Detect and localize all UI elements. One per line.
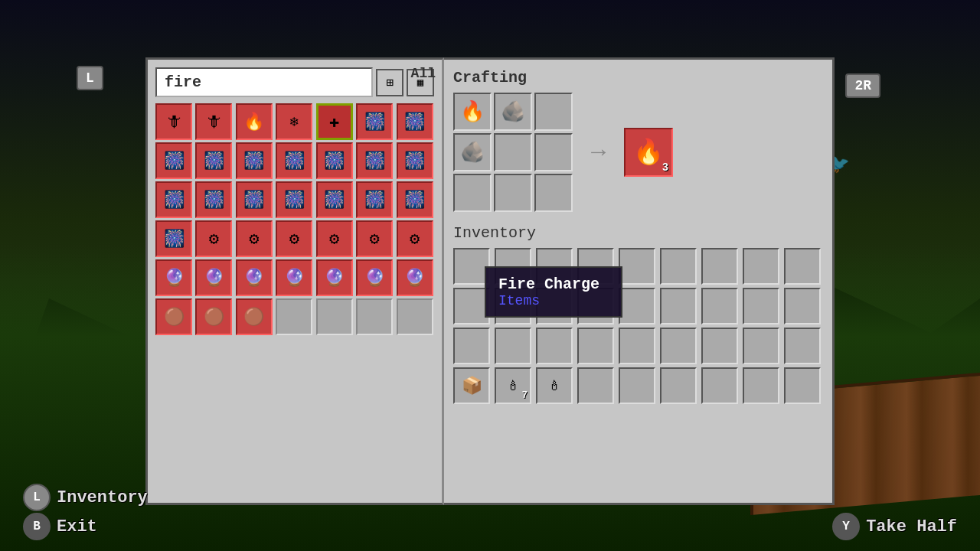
item-slot[interactable]: 🎆	[356, 181, 393, 218]
craft-slot-0-2[interactable]	[534, 93, 573, 131]
item-slot[interactable]: 🟤	[236, 298, 273, 335]
item-slot[interactable]: 🎆	[397, 181, 433, 218]
item-slot[interactable]: 🎆	[155, 181, 192, 218]
item-slot[interactable]: 🎆	[397, 142, 433, 179]
result-count: 3	[662, 161, 668, 174]
item-slot[interactable]: 🎆	[276, 181, 312, 218]
y-take-half-hint: Y Take Half	[832, 513, 957, 540]
item-slot[interactable]: ⚙️	[316, 220, 353, 257]
item-slot[interactable]: 🟤	[155, 298, 192, 335]
craft-slot-2-0[interactable]	[453, 174, 492, 212]
zr-button[interactable]: 2R	[845, 73, 880, 98]
inv-slot[interactable]	[619, 248, 655, 285]
inv-slot[interactable]	[743, 328, 779, 364]
main-ui: All ⊞ ▦ 🗡 🗡 🔥 ❄️ ✚ 🎆 🎆 🎆 🎆 🎆	[145, 57, 835, 505]
search-input[interactable]	[155, 67, 373, 97]
hotbar-slot-candle[interactable]: 🕯 7	[495, 367, 531, 404]
inv-slot[interactable]	[701, 248, 738, 285]
l-hint-label: Inventory	[57, 488, 148, 507]
item-slot[interactable]: 🎆	[276, 142, 312, 179]
item-slot[interactable]: 🎆	[236, 181, 273, 218]
item-slot[interactable]: 🎆	[236, 142, 273, 179]
inv-slot[interactable]	[619, 288, 655, 324]
hotbar-slot-9[interactable]	[784, 367, 821, 404]
hotbar-slot-4[interactable]	[577, 367, 614, 404]
item-slot[interactable]: ⚙️	[236, 220, 273, 257]
inv-slot[interactable]	[660, 328, 697, 364]
craft-slot-1-2[interactable]	[534, 133, 573, 171]
inv-slot[interactable]	[701, 288, 738, 324]
zr-area: 2R	[845, 73, 880, 98]
item-slot[interactable]: 🔮	[155, 259, 192, 296]
craft-slot-2-1[interactable]	[494, 174, 532, 212]
item-slot-fire-charge[interactable]: ✚	[316, 103, 353, 140]
item-slot[interactable]: 🔮	[397, 259, 433, 296]
item-slot[interactable]: 🔥	[236, 103, 273, 140]
item-slot-empty	[356, 298, 393, 335]
inv-slot[interactable]	[743, 288, 779, 324]
item-slot[interactable]: 🟤	[195, 298, 232, 335]
nav-l-area: L	[77, 66, 103, 90]
crafting-area: 🔥 🪨 🪨 → 🔥 3	[453, 93, 823, 212]
crafting-title: Crafting	[453, 69, 823, 86]
inv-slot[interactable]	[536, 328, 573, 364]
craft-slot-0-0[interactable]: 🔥	[453, 93, 492, 131]
item-slot[interactable]: ⚙️	[195, 220, 232, 257]
left-panel: All ⊞ ▦ 🗡 🗡 🔥 ❄️ ✚ 🎆 🎆 🎆 🎆 🎆	[145, 57, 444, 505]
hotbar-slot-6[interactable]	[660, 367, 697, 404]
hotbar-slot-chest[interactable]: 📦	[453, 367, 490, 404]
inv-slot[interactable]	[577, 328, 614, 364]
l-inventory-hint: L Inventory	[23, 484, 148, 511]
item-slot[interactable]: 🎆	[397, 103, 433, 140]
inv-slot[interactable]	[784, 248, 821, 285]
tooltip-category: Items	[498, 293, 609, 308]
item-slot[interactable]: ⚙️	[397, 220, 433, 257]
craft-slot-1-0[interactable]: 🪨	[453, 133, 492, 171]
item-slot[interactable]: 🎆	[316, 142, 353, 179]
craft-slot-0-1[interactable]: 🪨	[494, 93, 532, 131]
inv-slot[interactable]	[660, 248, 697, 285]
item-slot[interactable]: ⚙️	[276, 220, 312, 257]
item-slot[interactable]: 🔮	[276, 259, 312, 296]
item-tooltip: Fire Charge Items	[485, 266, 622, 318]
item-slot[interactable]: ❄️	[276, 103, 312, 140]
inv-slot[interactable]	[619, 328, 655, 364]
item-slot[interactable]: 🎆	[155, 220, 192, 257]
inv-slot[interactable]	[660, 288, 697, 324]
item-slot[interactable]: 🔮	[316, 259, 353, 296]
craft-slot-1-1[interactable]	[494, 133, 532, 171]
hotbar: 📦 🕯 7 🕯	[453, 367, 823, 404]
inv-slot[interactable]	[453, 328, 490, 364]
item-slot[interactable]: 🗡	[155, 103, 192, 140]
inventory-title: Inventory	[453, 224, 823, 242]
b-hint-button[interactable]: B	[23, 513, 51, 540]
item-slot[interactable]: 🔮	[195, 259, 232, 296]
hotbar-slot-5[interactable]	[619, 367, 655, 404]
hotbar-slot-8[interactable]	[743, 367, 779, 404]
item-slot[interactable]: 🎆	[195, 142, 232, 179]
item-slot[interactable]: 🔮	[236, 259, 273, 296]
inv-slot[interactable]	[784, 288, 821, 324]
craft-slot-2-2[interactable]	[534, 174, 573, 212]
inv-slot[interactable]	[784, 328, 821, 364]
l-button[interactable]: L	[77, 66, 103, 90]
y-hint-button[interactable]: Y	[832, 513, 860, 540]
inv-slot[interactable]	[495, 328, 531, 364]
hotbar-slot-7[interactable]	[701, 367, 738, 404]
item-slot[interactable]: 🎆	[155, 142, 192, 179]
item-slot[interactable]: 🎆	[356, 142, 393, 179]
inv-slot[interactable]	[743, 248, 779, 285]
item-slot[interactable]: ⚙️	[356, 220, 393, 257]
item-slot[interactable]: 🎆	[316, 181, 353, 218]
b-hint-label: Exit	[57, 517, 97, 536]
l-hint-button[interactable]: L	[23, 484, 51, 511]
item-slot[interactable]: 🗡	[195, 103, 232, 140]
item-slot[interactable]: 🔮	[356, 259, 393, 296]
crafting-grid: 🔥 🪨 🪨	[453, 93, 573, 212]
inv-slot[interactable]	[701, 328, 738, 364]
search-grid-toggle[interactable]: ⊞	[376, 69, 403, 96]
item-slot[interactable]: 🎆	[195, 181, 232, 218]
item-slot[interactable]: 🎆	[356, 103, 393, 140]
crafting-result[interactable]: 🔥 3	[624, 128, 673, 177]
hotbar-slot-stick[interactable]: 🕯	[536, 367, 573, 404]
